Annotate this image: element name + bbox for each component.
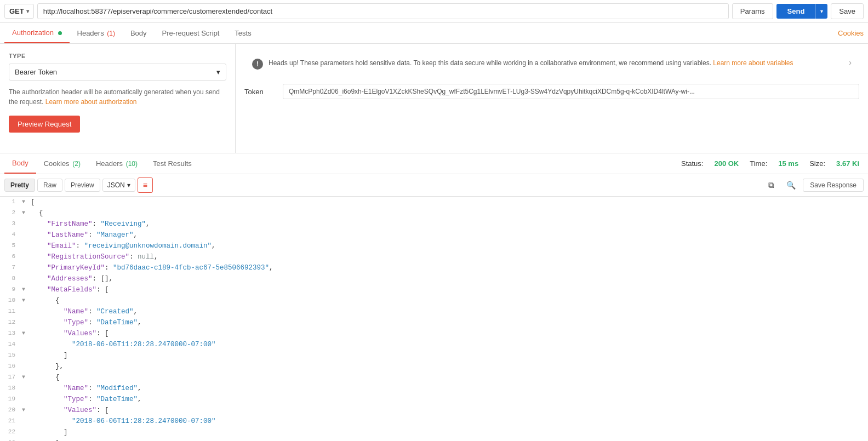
json-string: "Modified" (96, 385, 138, 392)
chevron-down-icon: ▾ (26, 8, 29, 14)
line-content: "Addresses": [], (31, 273, 868, 284)
params-button[interactable]: Params (732, 3, 773, 19)
json-line: 9▼ "MetaFields": [ (0, 284, 868, 295)
line-content: "Values": [ (31, 405, 868, 416)
line-number: 6 (0, 251, 22, 262)
cookies-link[interactable]: Cookies (838, 29, 864, 37)
size-label: Size: (809, 159, 825, 168)
wrap-icon[interactable]: ≡ (138, 177, 153, 193)
collapse-arrow-icon[interactable]: ▼ (22, 208, 31, 217)
collapse-arrow-icon (22, 383, 31, 384)
raw-button[interactable]: Raw (37, 179, 62, 192)
format-right-actions: ⧉ 🔍 Save Response (763, 177, 864, 193)
tab-body[interactable]: Body (123, 24, 155, 43)
auth-panel: TYPE Bearer Token ▾ The authorization he… (0, 44, 868, 153)
json-line: 16 }, (0, 361, 868, 372)
json-string: "Created" (96, 308, 134, 316)
line-content: "Values": [ (31, 328, 868, 339)
line-number: 1 (0, 197, 22, 207)
tab-authorization[interactable]: Authorization (4, 23, 70, 43)
collapse-arrow-icon[interactable]: ▼ (22, 328, 31, 338)
collapse-arrow-icon[interactable]: ▼ (22, 372, 31, 382)
size-value: 3.67 Ki (836, 159, 859, 168)
json-line: 19 "Type": "DateTime", (0, 394, 868, 405)
json-line: 8 "Addresses": [], (0, 273, 868, 284)
save-button[interactable]: Save (831, 3, 864, 19)
search-icon[interactable]: 🔍 (783, 177, 798, 193)
pretty-button[interactable]: Pretty (4, 179, 35, 192)
warning-banner: ! Heads up! These parameters hold sensit… (244, 53, 859, 75)
json-line: 2▼ { (0, 208, 868, 219)
send-button[interactable]: Send (776, 4, 816, 19)
response-tab-cookies[interactable]: Cookies (2) (36, 154, 88, 173)
json-key: "Values" (64, 330, 96, 337)
method-label: GET (9, 7, 24, 15)
json-line: 7 "PrimaryKeyId": "bd76daac-c189-4fcb-ac… (0, 262, 868, 273)
line-content: }, (31, 438, 868, 441)
json-line: 22 ] (0, 427, 868, 438)
json-line: 11 "Name": "Created", (0, 306, 868, 317)
method-dropdown[interactable]: GET ▾ (4, 4, 34, 19)
collapse-arrow-icon[interactable]: ▼ (22, 295, 31, 305)
preview-button[interactable]: Preview (65, 179, 100, 192)
auth-right-panel: ! Heads up! These parameters hold sensit… (236, 44, 868, 153)
type-value: Bearer Token (15, 68, 57, 76)
learn-vars-link[interactable]: Learn more about variables (713, 59, 793, 67)
collapse-arrow-icon (22, 339, 31, 340)
chevron-down-icon: ▾ (127, 181, 130, 189)
response-status-bar: Status: 200 OK Time: 15 ms Size: 3.67 Ki (681, 159, 864, 168)
line-content: { (31, 208, 868, 219)
line-number: 19 (0, 394, 22, 404)
response-tab-headers[interactable]: Headers (10) (88, 154, 145, 173)
learn-more-auth-link[interactable]: Learn more about authorization (45, 98, 137, 106)
json-line: 12 "Type": "DateTime", (0, 317, 868, 328)
line-content: [ (31, 197, 868, 208)
line-content: "RegistrationSource": null, (31, 251, 868, 262)
line-number: 18 (0, 383, 22, 393)
json-viewer: 1▼[2▼ {3 "FirstName": "Receiving",4 "Las… (0, 197, 868, 441)
type-label: TYPE (9, 53, 226, 59)
collapse-arrow-icon[interactable]: ▼ (22, 197, 31, 207)
warning-text: Heads up! These parameters hold sensitiv… (269, 58, 793, 68)
line-content: { (31, 295, 868, 306)
send-dropdown-button[interactable]: ▾ (815, 4, 827, 19)
line-number: 17 (0, 372, 22, 382)
collapse-arrow-icon (22, 230, 31, 231)
collapse-arrow-icon (22, 427, 31, 428)
json-string: "receiving@unknowdomain.domain" (84, 242, 212, 250)
json-line: 3 "FirstName": "Receiving", (0, 219, 868, 230)
type-select[interactable]: Bearer Token ▾ (9, 64, 226, 81)
json-key: "RegistrationSource" (47, 253, 129, 261)
json-format-select[interactable]: JSON ▾ (102, 179, 135, 192)
json-key: "Type" (64, 319, 88, 327)
line-number: 13 (0, 328, 22, 339)
line-number: 14 (0, 339, 22, 350)
json-string: "DateTime" (96, 319, 138, 327)
response-tab-body[interactable]: Body (4, 153, 36, 174)
collapse-arrow-icon (22, 350, 31, 351)
line-content: "FirstName": "Receiving", (31, 219, 868, 230)
collapse-arrow-icon[interactable]: ▼ (22, 405, 31, 415)
time-value: 15 ms (778, 159, 798, 168)
tab-headers[interactable]: Headers (1) (70, 24, 123, 43)
line-number: 15 (0, 350, 22, 360)
collapse-arrow-icon[interactable]: ▼ (22, 284, 31, 294)
line-number: 11 (0, 306, 22, 317)
line-number: 3 (0, 219, 22, 229)
json-null: null (138, 253, 154, 261)
json-line: 4 "LastName": "Manager", (0, 230, 868, 240)
line-number: 16 (0, 361, 22, 371)
json-key: "Name" (64, 308, 88, 316)
tab-tests[interactable]: Tests (227, 24, 259, 43)
copy-icon[interactable]: ⧉ (763, 177, 779, 193)
response-tab-test-results[interactable]: Test Results (145, 154, 199, 173)
url-input[interactable] (37, 3, 729, 19)
collapse-arrow-icon (22, 240, 31, 242)
json-line: 18 "Name": "Modified", (0, 383, 868, 394)
tab-pre-request-script[interactable]: Pre-request Script (155, 24, 227, 43)
token-input[interactable] (283, 84, 859, 99)
preview-request-button[interactable]: Preview Request (9, 116, 80, 133)
response-tab-bar: Body Cookies (2) Headers (10) Test Resul… (0, 153, 868, 174)
save-response-button[interactable]: Save Response (803, 179, 864, 192)
chevron-right-icon[interactable]: › (849, 58, 852, 67)
